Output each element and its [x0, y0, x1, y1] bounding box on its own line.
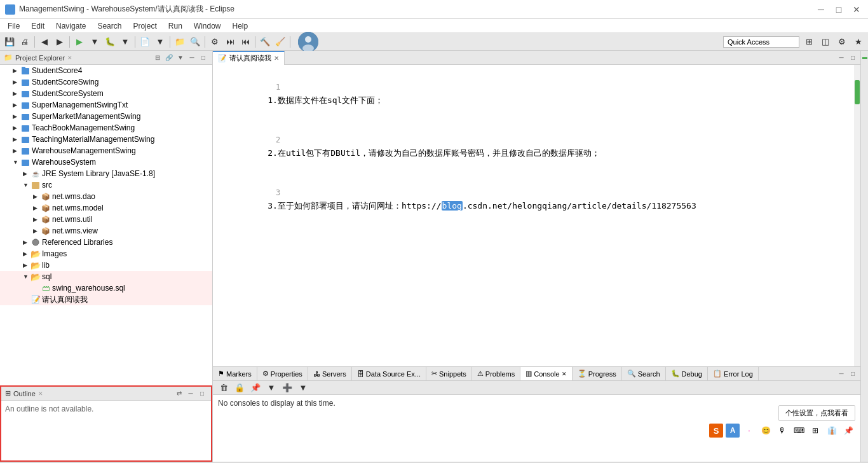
minimize-button[interactable]: ─: [815, 4, 827, 15]
tree-item-reflibs[interactable]: ▶ Referenced Libraries: [0, 237, 212, 248]
tree-item-lib[interactable]: ▶ 📂 lib: [0, 259, 212, 271]
tab-datasource[interactable]: 🗄 Data Source Ex...: [352, 367, 426, 381]
console-dropdown-btn[interactable]: ▼: [296, 381, 310, 395]
collapse-btn[interactable]: ⊟: [153, 53, 163, 63]
menu-navigate[interactable]: Navigate: [51, 20, 91, 32]
maximize-panel-btn[interactable]: □: [198, 53, 208, 63]
tb-debug-arrow[interactable]: ▼: [118, 35, 132, 49]
tree-item-studentscoresystem[interactable]: ▶ StudentScoreSystem: [0, 88, 212, 99]
float-icon-dot[interactable]: ·: [742, 424, 756, 438]
tb-search-btn[interactable]: 🔍: [188, 35, 202, 49]
float-icon-kbd[interactable]: ⌨: [792, 424, 806, 438]
editor-minimize-btn[interactable]: ─: [836, 53, 846, 63]
menu-project[interactable]: Project: [128, 20, 161, 32]
window-controls[interactable]: ─ □ ✕: [815, 4, 863, 15]
tab-errorlog[interactable]: 📋 Error Log: [708, 367, 759, 381]
close-button[interactable]: ✕: [850, 4, 863, 15]
tab-servers[interactable]: 🖧 Servers: [308, 367, 352, 381]
tb-forward-btn[interactable]: ▶: [53, 35, 67, 49]
panel-menu-btn[interactable]: ▼: [175, 53, 186, 63]
float-icon-emoji[interactable]: 😊: [759, 424, 773, 438]
console-close[interactable]: ✕: [562, 371, 567, 377]
editor-tab-close[interactable]: ✕: [274, 55, 279, 62]
tab-problems[interactable]: ⚠ Problems: [472, 367, 520, 381]
tab-properties[interactable]: ⚙ Properties: [257, 367, 308, 381]
view-btn[interactable]: ◫: [818, 35, 832, 49]
outline-sync-btn[interactable]: ⇄: [174, 389, 184, 399]
maximize-button[interactable]: □: [832, 4, 845, 15]
menu-help[interactable]: Help: [227, 20, 254, 32]
tab-debug[interactable]: 🐛 Debug: [666, 367, 708, 381]
tb-back-btn[interactable]: ◀: [37, 35, 51, 49]
tree-item-teachingmaterial[interactable]: ▶ TeachingMaterialManagementSwing: [0, 134, 212, 145]
minimize-panel-btn[interactable]: ─: [187, 53, 197, 63]
menu-file[interactable]: File: [3, 20, 25, 32]
tb-new-arrow[interactable]: ▼: [153, 35, 167, 49]
sogou-icon[interactable]: S: [709, 424, 723, 438]
tb-new-btn[interactable]: 📄: [138, 35, 152, 49]
tb-clean-btn[interactable]: 🧹: [273, 35, 287, 49]
tab-console[interactable]: ▥ Console ✕: [520, 367, 572, 381]
star-btn[interactable]: ★: [851, 35, 865, 49]
tab-markers[interactable]: ⚑ Markers: [213, 367, 257, 381]
gear-btn[interactable]: ⚙: [835, 35, 849, 49]
console-clear-btn[interactable]: 🗑: [217, 381, 231, 395]
tab-search[interactable]: 🔍 Search: [622, 367, 666, 381]
outline-close-x[interactable]: ✕: [38, 390, 43, 397]
tab-progress[interactable]: ⏳ Progress: [573, 367, 622, 381]
tb-run-btn[interactable]: ▶: [72, 35, 86, 49]
quick-access-input[interactable]: [723, 36, 799, 48]
tree-item-view[interactable]: ▶ 📦 net.wms.view: [0, 225, 212, 237]
tree-item-sql-file[interactable]: 🗃 swing_warehouse.sql: [0, 282, 212, 294]
tree-item-jre[interactable]: ▶ ☕ JRE System Library [JavaSE-1.8]: [0, 168, 212, 179]
tree-item-teachbook[interactable]: ▶ TeachBookManagementSwing: [0, 122, 212, 134]
editor-tab-readme[interactable]: 📝 请认真阅读我 ✕: [213, 51, 285, 65]
link-btn[interactable]: 🔗: [164, 53, 174, 63]
tree-item-studentscore4[interactable]: ▶ StudentScore4: [0, 65, 212, 76]
tree-item-src[interactable]: ▼ src: [0, 179, 212, 191]
outline-maximize-btn[interactable]: □: [197, 389, 207, 399]
tb-prev-btn[interactable]: ⏮: [238, 35, 252, 49]
float-icon-mic[interactable]: 🎙: [775, 424, 789, 438]
console-pin-btn[interactable]: 📌: [248, 381, 262, 395]
tree-item-dao[interactable]: ▶ 📦 net.wms.dao: [0, 191, 212, 202]
tree-item-supermanagement[interactable]: ▶ SuperManagementSwingTxt: [0, 99, 212, 111]
menu-run[interactable]: Run: [163, 20, 187, 32]
bottom-maximize-btn[interactable]: □: [848, 369, 858, 379]
float-icon-shirt[interactable]: 👔: [825, 424, 839, 438]
project-explorer-close-x[interactable]: ✕: [67, 55, 72, 61]
tree-item-readme[interactable]: 📝 请认真阅读我: [0, 294, 212, 305]
user-avatar[interactable]: [298, 32, 318, 52]
console-new-btn[interactable]: ➕: [280, 381, 294, 395]
tree-item-images[interactable]: ▶ 📂 Images: [0, 248, 212, 259]
perspectives-btn[interactable]: ⊞: [802, 35, 816, 49]
tree-item-util[interactable]: ▶ 📦 net.wms.util: [0, 214, 212, 225]
tb-debug-btn[interactable]: 🐛: [103, 35, 117, 49]
menu-window[interactable]: Window: [189, 20, 226, 32]
tb-print-btn[interactable]: 🖨: [18, 35, 32, 49]
tree-item-warehousesystem[interactable]: ▼ WarehouseSystem: [0, 156, 212, 168]
console-arrow-down[interactable]: ▼: [264, 381, 278, 395]
outline-minimize-btn[interactable]: ─: [186, 389, 196, 399]
editor-scrollbar[interactable]: [854, 65, 860, 366]
tab-snippets[interactable]: ✂ Snippets: [426, 367, 472, 381]
console-scroll-lock-btn[interactable]: 🔒: [233, 381, 247, 395]
tree-item-studentscoreswing[interactable]: ▶ StudentScoreSwing: [0, 76, 212, 88]
tb-build-btn[interactable]: 🔨: [258, 35, 272, 49]
tb-refactor-btn[interactable]: ⚙: [208, 35, 222, 49]
editor-maximize-btn[interactable]: □: [848, 53, 858, 63]
float-icon-grid[interactable]: ⊞: [808, 424, 822, 438]
float-icon-a[interactable]: A: [726, 424, 740, 438]
menu-search[interactable]: Search: [92, 20, 126, 32]
tree-item-sql[interactable]: ▼ 📂 sql: [0, 271, 212, 282]
tree-item-supermarket[interactable]: ▶ SuperMarketManagementSwing: [0, 111, 212, 122]
tb-run-arrow[interactable]: ▼: [88, 35, 102, 49]
float-icon-pin[interactable]: 📌: [841, 424, 855, 438]
tree-item-warehousemanagement[interactable]: ▶ WarehouseManagementSwing: [0, 145, 212, 156]
menu-edit[interactable]: Edit: [26, 20, 50, 32]
bottom-minimize-btn[interactable]: ─: [836, 369, 846, 379]
tree-item-model[interactable]: ▶ 📦 net.wms.model: [0, 202, 212, 214]
settings-floating-btn[interactable]: 个性设置，点我看看: [778, 405, 855, 421]
tb-next-btn[interactable]: ⏭: [223, 35, 237, 49]
tb-open-btn[interactable]: 📁: [173, 35, 187, 49]
